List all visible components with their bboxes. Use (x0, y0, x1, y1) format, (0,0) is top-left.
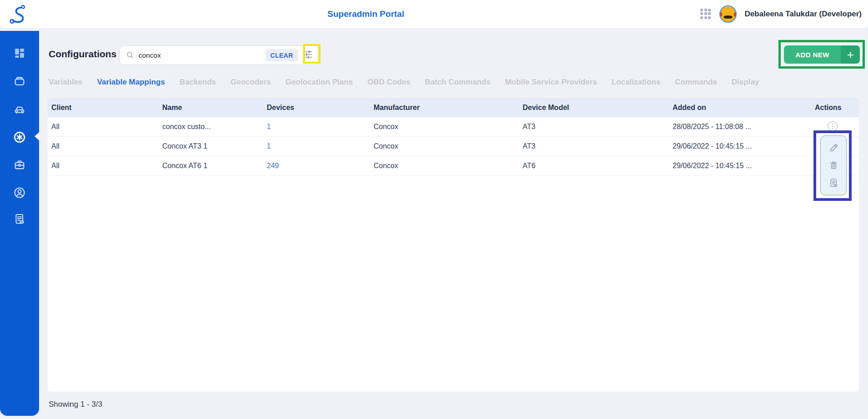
tab-geocoders[interactable]: Geocoders (230, 78, 271, 87)
vehicles-icon (13, 103, 26, 115)
tab-backends[interactable]: Backends (180, 78, 216, 87)
column-header-devices: Devices (263, 104, 370, 112)
column-header-device-model: Device Model (519, 104, 669, 112)
plus-icon: + (841, 45, 860, 64)
page-title: Superadmin Portal (328, 0, 404, 28)
sidebar-item-logs[interactable] (13, 212, 26, 226)
add-new-button[interactable]: ADD NEW + (784, 45, 860, 64)
more-options-button[interactable] (828, 121, 838, 131)
dashboard-icon (13, 47, 26, 60)
column-header-name: Name (159, 104, 263, 112)
tab-display[interactable]: Display (732, 78, 759, 87)
cell-name: Concox AT3 1 (159, 142, 263, 150)
tab-variable-mappings[interactable]: Variable Mappings (97, 78, 165, 87)
sidebar-item-toolbox[interactable] (13, 158, 26, 172)
cell-device-model: AT6 (519, 162, 669, 170)
cell-device-model: AT3 (519, 123, 669, 131)
clear-search-button[interactable]: CLEAR (265, 49, 298, 61)
sidebar-item-devices[interactable] (13, 74, 26, 88)
tab-commands[interactable]: Commands (675, 78, 717, 87)
cell-added-on: 28/08/2025 - 11:08:08 ... (669, 123, 811, 131)
toolbox-icon (13, 159, 26, 171)
brand-logo-icon[interactable] (7, 2, 31, 26)
devices-count-link[interactable]: 1 (267, 123, 271, 130)
user-avatar[interactable] (719, 5, 737, 23)
cell-client: All (48, 142, 159, 150)
cell-name: concox custo... (159, 123, 263, 131)
tab-batch-commands[interactable]: Batch Commands (425, 78, 491, 87)
cell-added-on: 29/06/2022 - 10:45:15 ... (669, 162, 811, 170)
table-row[interactable]: All Concox AT3 1 1 Concox AT3 29/06/2022… (48, 137, 859, 156)
cell-device-model: AT3 (519, 142, 669, 150)
table-header-row: Client Name Devices Manufacturer Device … (48, 98, 859, 117)
column-header-manufacturer: Manufacturer (370, 104, 519, 112)
add-new-label: ADD NEW (784, 45, 841, 64)
edit-button[interactable] (828, 143, 839, 154)
tab-localizations[interactable]: Localizations (612, 78, 661, 87)
view-log-icon (828, 178, 839, 188)
edit-pencil-icon (828, 143, 839, 153)
search-icon (125, 50, 135, 60)
apps-grid-icon[interactable] (700, 9, 712, 20)
more-options-icon (832, 124, 833, 125)
tab-mobile-service-providers[interactable]: Mobile Service Providers (505, 78, 597, 87)
devices-tray-icon (13, 75, 26, 87)
active-item-pointer-icon (35, 132, 39, 140)
sidebar-item-dashboard[interactable] (13, 46, 26, 60)
cell-client: All (48, 162, 159, 170)
pagination-summary: Showing 1 - 3/3 (49, 400, 102, 409)
data-table-card: Client Name Devices Manufacturer Device … (48, 98, 859, 392)
sidebar-item-vehicles[interactable] (13, 102, 26, 116)
view-log-button[interactable] (828, 178, 839, 189)
search-box: CLEAR (120, 45, 318, 65)
devices-count-link[interactable]: 249 (267, 162, 279, 170)
table-row[interactable]: All concox custo... 1 Concox AT3 28/08/2… (48, 117, 859, 137)
top-right-cluster: Debaleena Talukdar (Developer) (700, 0, 862, 28)
delete-button[interactable] (828, 160, 839, 171)
configurations-icon (13, 131, 26, 144)
cell-client: All (48, 123, 159, 131)
table-row[interactable]: All Concox AT6 1 249 Concox AT6 29/06/20… (48, 156, 859, 176)
row-actions-popup (820, 135, 847, 195)
cell-name: Concox AT6 1 (159, 162, 263, 170)
sidebar-item-configurations[interactable] (13, 130, 26, 144)
tab-geolocation-plans[interactable]: Geolocation Plans (285, 78, 353, 87)
page-heading: Configurations (49, 49, 116, 60)
delete-trash-icon (828, 160, 839, 170)
top-bar: Superadmin Portal Debaleena Talukdar (De… (0, 0, 868, 28)
column-header-client: Client (48, 104, 159, 112)
cell-manufacturer: Concox (370, 162, 519, 170)
column-header-added-on: Added on (669, 104, 811, 112)
logs-icon (13, 213, 26, 225)
user-name-label[interactable]: Debaleena Talukdar (Developer) (744, 10, 862, 19)
sidebar-nav: © (0, 31, 39, 416)
superadmin-portal-window: Superadmin Portal Debaleena Talukdar (De… (0, 0, 868, 419)
devices-count-link[interactable]: 1 (267, 142, 271, 150)
tab-variables[interactable]: Variables (49, 78, 83, 87)
filter-button[interactable] (302, 50, 314, 61)
filter-sliders-icon (303, 50, 313, 60)
sidebar-item-users[interactable] (13, 186, 26, 200)
cell-added-on: 29/06/2022 - 10:45:15 ... (669, 142, 811, 150)
tab-obd-codes[interactable]: OBD Codes (367, 78, 410, 87)
column-header-actions: Actions (811, 104, 859, 112)
tab-bar: Variables Variable Mappings Backends Geo… (49, 75, 759, 89)
cell-manufacturer: Concox (370, 123, 519, 131)
cell-manufacturer: Concox (370, 142, 519, 150)
users-icon (13, 186, 26, 199)
search-input[interactable] (135, 51, 265, 60)
